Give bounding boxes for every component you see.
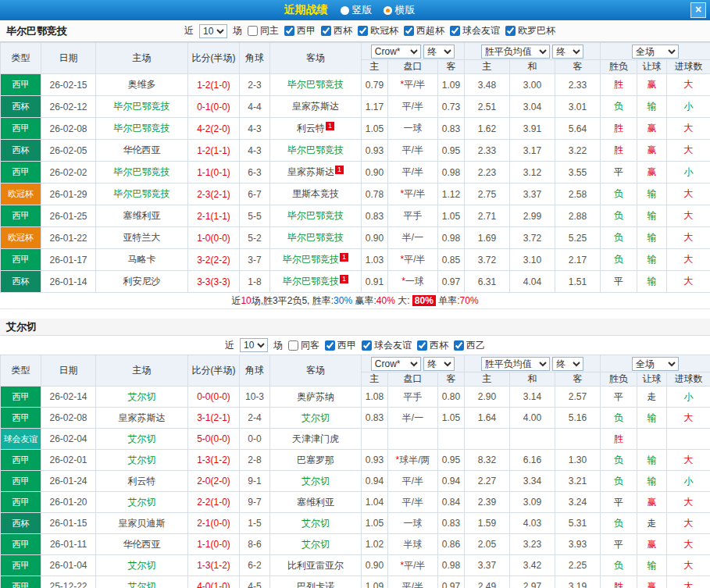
team-link[interactable]: 艾尔切: [128, 391, 156, 402]
match-score: 4-2(2-0): [188, 118, 240, 140]
team-link[interactable]: 毕尔巴鄂竞技: [114, 188, 170, 199]
team-link[interactable]: 艾尔切: [301, 518, 330, 529]
filter-checkbox-欧罗巴杯[interactable]: 欧罗巴杯: [505, 24, 555, 37]
checkbox-input[interactable]: [325, 340, 335, 351]
team-link[interactable]: 塞维利亚: [123, 210, 161, 221]
scope-select[interactable]: 全场: [632, 45, 679, 59]
layout-vertical-radio[interactable]: 竖版: [341, 3, 373, 17]
checkbox-input[interactable]: [321, 26, 331, 36]
checkbox-input[interactable]: [284, 26, 294, 36]
filter-checkbox-西甲[interactable]: 西甲: [284, 24, 316, 37]
checkbox-input[interactable]: [362, 340, 372, 351]
col-europe-draw: 和: [510, 372, 555, 387]
team-link[interactable]: 艾尔切: [301, 412, 330, 423]
checkbox-input[interactable]: [358, 26, 368, 36]
team-link[interactable]: 毕尔巴鄂竞技: [114, 166, 170, 177]
team-link[interactable]: 亚特兰大: [123, 232, 161, 243]
team-link[interactable]: 天津津门虎: [292, 433, 339, 444]
result-wdl: 平: [601, 162, 637, 184]
filter-checkbox-西甲[interactable]: 西甲: [325, 339, 356, 352]
filter-checkbox-同客[interactable]: 同客: [288, 339, 319, 352]
away-odds: 1.05: [438, 205, 465, 227]
team-link[interactable]: 毕尔巴鄂竞技: [287, 210, 344, 221]
team-link[interactable]: 艾尔切: [128, 581, 156, 588]
team-link[interactable]: 塞维利亚: [297, 497, 334, 508]
team-link[interactable]: 利云特: [297, 123, 325, 134]
match-count-select[interactable]: 10: [199, 24, 227, 38]
col-type: 类型: [1, 355, 41, 387]
team-link[interactable]: 艾尔切: [128, 560, 156, 571]
team-link[interactable]: 艾尔切: [128, 433, 156, 444]
checkbox-label: 同主: [260, 24, 279, 37]
odds-company-select[interactable]: Crow*: [371, 45, 421, 59]
team-link[interactable]: 华伦西亚: [123, 539, 161, 550]
filter-checkbox-球会友谊[interactable]: 球会友谊: [450, 24, 500, 37]
team-link[interactable]: 毕尔巴鄂竞技: [287, 232, 344, 243]
team-link[interactable]: 艾尔切: [128, 497, 156, 508]
corner-score: 6-3: [240, 162, 270, 184]
checkbox-input[interactable]: [417, 340, 427, 351]
europe-avg-select[interactable]: 胜平负均值: [481, 45, 550, 59]
team-link[interactable]: 利云特: [128, 476, 156, 486]
odds-company-select[interactable]: Crow*: [371, 357, 421, 371]
team-link[interactable]: 皇家贝迪斯: [119, 518, 166, 529]
team-link[interactable]: 奥萨苏纳: [297, 391, 334, 402]
team-link[interactable]: 比利亚雷亚尔: [287, 560, 344, 571]
checkbox-input[interactable]: [450, 26, 460, 36]
filter-checkbox-球会友谊[interactable]: 球会友谊: [362, 339, 412, 352]
radio-selected-icon[interactable]: [384, 6, 392, 15]
team-link[interactable]: 皇家苏斯达: [287, 166, 334, 177]
team-link[interactable]: 毕尔巴鄂竞技: [114, 101, 170, 112]
team-link[interactable]: 皇家苏斯达: [292, 101, 339, 112]
match-count-select[interactable]: 10: [240, 338, 268, 352]
team-link[interactable]: 巴列卡诺: [297, 581, 334, 588]
odds-final-select[interactable]: 终: [423, 357, 455, 371]
team-link[interactable]: 艾尔切: [128, 454, 156, 465]
team-link[interactable]: 皇家苏斯达: [119, 412, 166, 423]
team-link[interactable]: 毕尔巴鄂竞技: [283, 254, 339, 265]
result-handicap: 输: [637, 450, 667, 471]
team-link[interactable]: 奥维多: [128, 79, 156, 90]
team-link[interactable]: 华伦西亚: [123, 144, 161, 155]
europe-final-select[interactable]: 终: [552, 357, 583, 371]
checkbox-input[interactable]: [505, 26, 516, 36]
checkbox-input[interactable]: [404, 26, 414, 36]
checkbox-input[interactable]: [288, 340, 298, 351]
away-odds: 0.97: [438, 576, 465, 588]
team-link[interactable]: 里斯本竞技: [292, 188, 339, 199]
layout-horizontal-radio[interactable]: 横版: [384, 3, 416, 17]
close-icon[interactable]: ×: [690, 2, 706, 18]
filter-checkbox-西杯[interactable]: 西杯: [321, 24, 352, 37]
team-link[interactable]: 利安尼沙: [123, 276, 161, 287]
result-wdl: 平: [601, 271, 637, 293]
team-link[interactable]: 毕尔巴鄂竞技: [283, 276, 339, 287]
handicap-value: 平/半: [388, 492, 438, 513]
filter-checkbox-西杯[interactable]: 西杯: [417, 339, 448, 352]
team-link[interactable]: 毕尔巴鄂竞技: [114, 123, 170, 134]
team-link[interactable]: 艾尔切: [301, 539, 330, 550]
away-team-cell: 里斯本竞技: [270, 184, 362, 205]
away-team-cell: 毕尔巴鄂竞技: [270, 205, 362, 227]
europe-final-select[interactable]: 终: [552, 45, 583, 59]
europe-away-odds: 2.58: [555, 184, 601, 205]
europe-avg-select[interactable]: 胜平负均值: [481, 357, 550, 371]
matches-table: 类型 日期 主场 比分(半场) 角球 客场 Crow* 终 胜平负均值 终 全场: [0, 42, 710, 293]
radio-icon[interactable]: [341, 6, 349, 15]
match-score: 2-1(0-0): [188, 513, 240, 534]
team-link[interactable]: 毕尔巴鄂竞技: [287, 144, 344, 155]
filter-checkbox-西超杯[interactable]: 西超杯: [404, 24, 444, 37]
scope-select[interactable]: 全场: [632, 357, 679, 371]
team-link[interactable]: 马略卡: [128, 254, 156, 265]
team-link[interactable]: 巴塞罗那: [297, 454, 334, 465]
result-handicap: 走: [637, 387, 667, 408]
filter-checkbox-西乙[interactable]: 西乙: [454, 339, 485, 352]
filter-checkbox-同主[interactable]: 同主: [248, 24, 279, 37]
match-row: 西甲26-02-15奥维多1-2(1-0)2-3毕尔巴鄂竞技0.79*平/半1.…: [1, 74, 710, 96]
filter-checkbox-欧冠杯[interactable]: 欧冠杯: [358, 24, 398, 37]
match-date: 26-01-20: [41, 492, 96, 513]
team-link[interactable]: 艾尔切: [301, 476, 330, 486]
team-link[interactable]: 毕尔巴鄂竞技: [287, 79, 344, 90]
checkbox-input[interactable]: [248, 26, 258, 36]
checkbox-input[interactable]: [454, 340, 464, 351]
odds-final-select[interactable]: 终: [423, 45, 455, 59]
